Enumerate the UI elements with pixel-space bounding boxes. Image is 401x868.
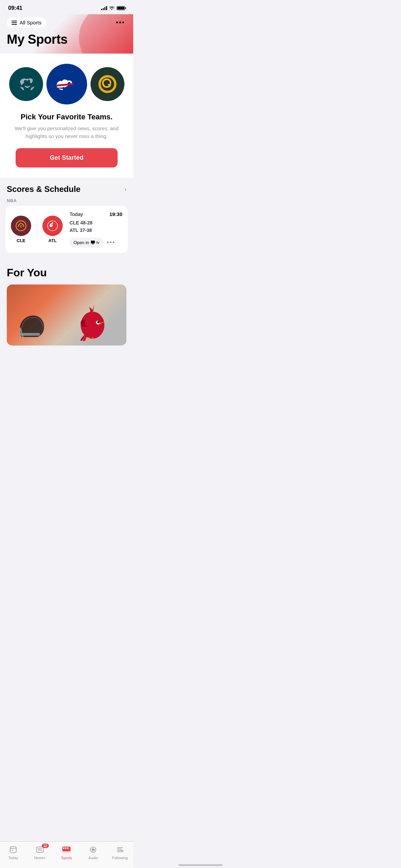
tab-bar-spacer (0, 346, 133, 379)
for-you-title: For You (7, 267, 126, 279)
game-more-button[interactable]: ••• (107, 239, 115, 246)
all-sports-label: All Sports (20, 20, 41, 25)
open-in-tv-label: Open in (74, 240, 89, 245)
wifi-icon (109, 5, 115, 11)
packers-logo (91, 67, 124, 101)
bills-team-col (46, 64, 87, 104)
scores-chevron-icon[interactable]: › (124, 186, 126, 193)
helmet-icon (17, 313, 47, 340)
status-icons (101, 5, 125, 11)
game-date: Today (69, 211, 83, 217)
cle-label: CLE (17, 238, 25, 243)
hawks-logo (42, 216, 63, 236)
cle-record: CLE48-28 (69, 219, 122, 226)
pick-teams-title: Pick Your Favorite Teams. (7, 113, 126, 121)
game-time: 19:30 (109, 211, 122, 217)
apple-tv-text: tv (97, 240, 100, 244)
svg-rect-8 (91, 241, 95, 243)
header: All Sports ••• My Sports (0, 14, 133, 54)
get-started-button[interactable]: Get Started (16, 148, 117, 167)
open-in-tv-button[interactable]: Open in tv (69, 238, 103, 248)
header-top: All Sports ••• (7, 17, 126, 28)
league-label: NBA (0, 198, 133, 206)
atl-record: ATL37-38 (69, 226, 122, 234)
for-you-image (7, 284, 126, 346)
for-you-image-bg (7, 284, 126, 346)
status-bar: 09:41 (0, 0, 133, 14)
scores-header: Scores & Schedule › (0, 184, 133, 198)
hamburger-icon (12, 21, 17, 25)
game-time-row: Today 19:30 (69, 211, 122, 217)
game-info: Today 19:30 CLE48-28 ATL37-38 Open in tv (67, 211, 122, 248)
game-actions: Open in tv ••• (69, 238, 122, 248)
scores-section: Scores & Schedule › NBA C CLE (0, 178, 133, 260)
game-card: C CLE ATL Today 19:30 CLE48 (5, 206, 128, 253)
svg-point-11 (97, 321, 99, 323)
battery-icon (117, 6, 125, 10)
eagles-team-col (9, 67, 43, 101)
atl-team-col: ATL (42, 216, 63, 243)
cardinals-bird-icon (72, 295, 113, 342)
svg-point-0 (26, 79, 28, 80)
eagles-logo (9, 67, 43, 101)
cle-team-col: C CLE (11, 216, 31, 243)
team-logos (7, 64, 126, 104)
svg-point-7 (52, 222, 53, 224)
svg-text:C: C (20, 225, 22, 228)
signal-icon (101, 6, 107, 10)
page-title: My Sports (7, 32, 126, 47)
all-sports-button[interactable]: All Sports (7, 17, 46, 28)
atl-label: ATL (48, 238, 57, 243)
bills-logo (46, 64, 87, 104)
team-divider (37, 217, 37, 241)
status-time: 09:41 (8, 5, 22, 12)
scores-title: Scores & Schedule (7, 184, 80, 194)
more-button[interactable]: ••• (115, 17, 126, 28)
for-you-section: For You (0, 260, 133, 346)
teams-section: Pick Your Favorite Teams. We'll give you… (0, 54, 133, 178)
packers-team-col (91, 67, 124, 101)
pick-teams-desc: We'll give you personalized news, scores… (13, 125, 121, 140)
cavs-logo: C (11, 216, 31, 236)
